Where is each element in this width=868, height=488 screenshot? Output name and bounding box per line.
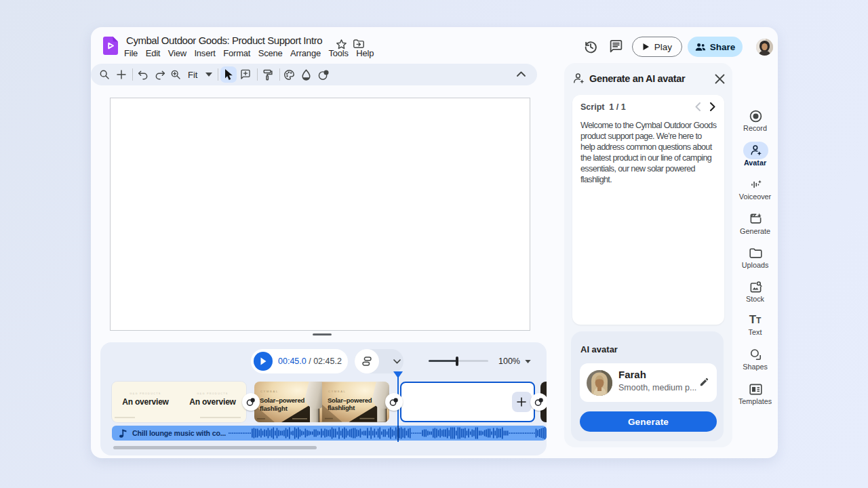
svg-text:CYMBAL: CYMBAL <box>260 390 279 393</box>
svg-text:Solar–powered: Solar–powered <box>328 396 372 404</box>
svg-text:Solar–powered: Solar–powered <box>260 396 305 404</box>
svg-text:flashlight: flashlight <box>328 404 355 411</box>
svg-text:flashlight: flashlight <box>260 405 288 412</box>
svg-text:CYMBAL: CYMBAL <box>328 390 347 393</box>
